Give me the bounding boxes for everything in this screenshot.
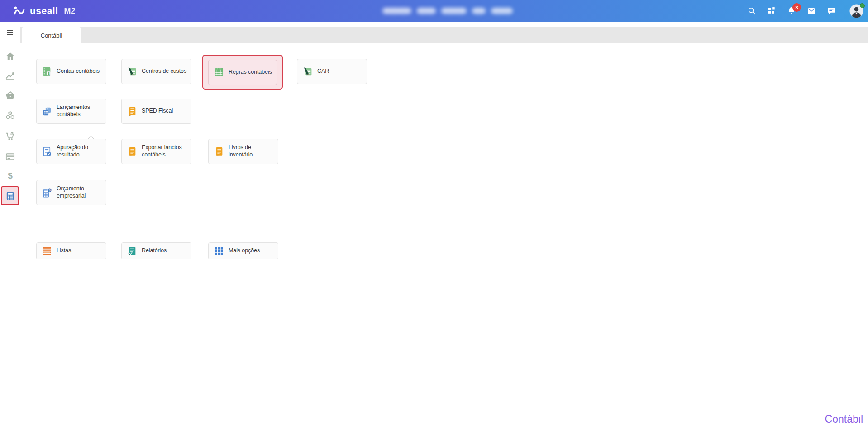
tile-label: Contas contábeis (57, 68, 100, 75)
sidebar-item-stock[interactable] (0, 107, 20, 123)
brand-name: useall (30, 5, 58, 16)
tab-label: Contábil (41, 32, 62, 39)
chat-button[interactable] (827, 6, 836, 15)
mail-icon (807, 6, 816, 15)
tile-centros-de-custos[interactable]: Centros de custos (121, 59, 191, 84)
apps-button[interactable] (767, 6, 776, 15)
search-button[interactable] (747, 6, 756, 15)
tile-listas[interactable]: Listas (36, 242, 106, 259)
topbar-actions: 3 (747, 0, 863, 22)
tile-label: Exportar lanctos contábeis (142, 144, 188, 158)
sheetpen-green-icon (302, 66, 313, 77)
sidebar-item-purchases[interactable] (0, 127, 20, 144)
chart-icon (5, 71, 15, 81)
product-name: M2 (64, 6, 76, 16)
calccoin-blue-icon (41, 187, 52, 198)
grid-blue-icon (213, 245, 224, 257)
useall-logo-icon (14, 6, 26, 16)
tile-label: Orçamento empresarial (57, 185, 103, 199)
tile-label: Centros de custos (142, 68, 186, 75)
grid-green-icon (213, 66, 224, 78)
tile-label: Mais opções (229, 247, 260, 255)
tile-label: Regras contábeis (229, 69, 272, 76)
tab-bar: Contábil (20, 27, 868, 43)
doc-orange-icon (213, 146, 224, 157)
tile-lancamentos-contabeis[interactable]: Lançamentos contábeis (36, 99, 106, 124)
doc-orange-icon (126, 106, 138, 117)
ledger-green-icon (41, 66, 52, 77)
tile-label: Listas (57, 247, 71, 255)
tile-apuracao-do-resultado[interactable]: Apuração do resultado (36, 139, 106, 164)
topbar: useall M2 3 (0, 0, 868, 22)
doccheck-blue-icon (41, 146, 52, 157)
tile-label: Lançamentos contábeis (57, 104, 103, 118)
cubes-icon (5, 110, 15, 121)
chat-icon (827, 6, 836, 15)
tile-orcamento-empresarial[interactable]: Orçamento empresarial (36, 180, 106, 205)
tile-livros-de-inventario[interactable]: Livros de inventário (208, 139, 278, 164)
tile-regras-contabeis[interactable]: Regras contábeis (208, 60, 277, 85)
tile-exportar-lanctos-contabeis[interactable]: Exportar lanctos contábeis (121, 139, 191, 164)
notifications-badge: 3 (792, 3, 801, 12)
tile-label: CAR (317, 68, 329, 75)
menu-button[interactable] (0, 22, 20, 43)
module-footer-label: Contábil (825, 413, 863, 425)
apps-grid-icon (767, 6, 776, 15)
tile-label: Livros de inventário (229, 144, 275, 158)
sidebar-item-sales[interactable] (0, 87, 20, 104)
user-avatar[interactable] (849, 4, 863, 18)
module-tiles: Contas contábeis Centros de custos Regra… (20, 43, 868, 429)
tab-contabil[interactable]: Contábil (22, 27, 81, 43)
sidebar (0, 22, 20, 429)
highlight-box[interactable]: Regras contábeis (202, 55, 283, 90)
tile-mais-opcoes[interactable]: Mais opções (208, 242, 278, 259)
calculator-icon (5, 191, 15, 201)
tile-label: Relatórios (142, 247, 167, 255)
hamburger-icon (5, 29, 14, 36)
redacted-company-text (382, 8, 513, 15)
coins-blue-icon (41, 106, 52, 117)
sidebar-item-finance[interactable] (0, 167, 20, 184)
home-icon (5, 51, 15, 61)
tile-sped-fiscal[interactable]: SPED Fiscal (121, 99, 191, 124)
tile-contas-contabeis[interactable]: Contas contábeis (36, 59, 106, 84)
list-orange-icon (41, 245, 52, 257)
sidebar-item-accounting[interactable] (1, 186, 19, 205)
sidebar-item-charts[interactable] (0, 67, 20, 84)
mail-button[interactable] (807, 6, 816, 15)
tile-label: Apuração do resultado (57, 144, 103, 158)
doc-orange-icon (126, 146, 138, 157)
card-icon (5, 151, 15, 162)
tile-label: SPED Fiscal (142, 108, 173, 115)
cart-icon (5, 131, 15, 141)
sidebar-item-billing[interactable] (0, 148, 20, 165)
brand: useall M2 (14, 5, 76, 16)
dollar-icon (5, 170, 15, 181)
tile-relatorios[interactable]: Relatórios (121, 242, 191, 259)
search-icon (747, 6, 756, 15)
sheetpen-green-icon (126, 66, 138, 77)
notifications-button[interactable]: 3 (787, 6, 796, 15)
sidebar-item-home[interactable] (0, 48, 20, 64)
basket-icon (5, 90, 15, 101)
doc-teal-icon (126, 245, 138, 257)
online-status-dot (860, 3, 865, 8)
topbar-gap (0, 22, 868, 27)
tile-car[interactable]: CAR (297, 59, 367, 84)
